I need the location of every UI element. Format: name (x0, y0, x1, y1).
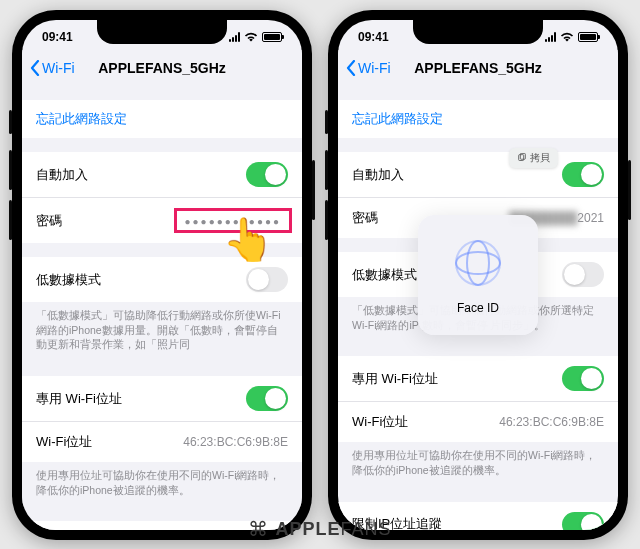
wifi-address-value: 46:23:BC:C6:9B:8E (499, 415, 604, 429)
faceid-overlay: Face ID (418, 215, 538, 335)
wifi-address-row: Wi-Fi位址 46:23:BC:C6:9B:8E (338, 402, 618, 442)
phone-vol-up (325, 150, 328, 190)
low-data-row: 低數據模式 (22, 257, 302, 302)
limit-ip-toggle[interactable] (562, 512, 604, 530)
back-label: Wi-Fi (42, 60, 75, 76)
wifi-address-label: Wi-Fi位址 (36, 433, 92, 451)
status-time: 09:41 (358, 30, 389, 44)
phone-vol-down (325, 200, 328, 240)
password-label: 密碼 (352, 209, 378, 227)
phone-side-button (628, 160, 631, 220)
phone-mute-switch (9, 110, 12, 134)
copy-pill[interactable]: 拷貝 (509, 148, 558, 168)
private-address-toggle[interactable] (562, 366, 604, 391)
private-address-toggle[interactable] (246, 386, 288, 411)
private-address-row: 專用 Wi-Fi位址 (22, 376, 302, 422)
page-title: APPLEFANS_5GHz (414, 60, 542, 76)
forget-network-button[interactable]: 忘記此網路設定 (338, 100, 618, 138)
auto-join-label: 自動加入 (352, 166, 404, 184)
auto-join-row: 自動加入 (22, 152, 302, 198)
low-data-label: 低數據模式 (36, 271, 101, 289)
phone-vol-down (9, 200, 12, 240)
status-right (229, 32, 282, 42)
watermark: ⌘ APPLEFANS (248, 517, 391, 541)
wifi-icon (560, 32, 574, 42)
content-left[interactable]: 忘記此網路設定 自動加入 密碼 ●●●●●●●●●●●● 低數據模式 (22, 86, 302, 530)
auto-join-label: 自動加入 (36, 166, 88, 184)
low-data-toggle[interactable] (246, 267, 288, 292)
svg-point-2 (456, 241, 500, 285)
wifi-address-label: Wi-Fi位址 (352, 413, 408, 431)
notch (97, 20, 227, 44)
password-highlight: ●●●●●●●●●●●● (174, 208, 292, 233)
nav-bar: Wi-Fi APPLEFANS_5GHz (22, 50, 302, 86)
wifi-address-row: Wi-Fi位址 46:23:BC:C6:9B:8E (22, 422, 302, 462)
page-title: APPLEFANS_5GHz (98, 60, 226, 76)
faceid-label: Face ID (457, 301, 499, 315)
wifi-address-desc: 使用專用位址可協助你在使用不同的Wi-Fi網路時，降低你的iPhone被追蹤的機… (22, 462, 302, 507)
back-button[interactable]: Wi-Fi (30, 60, 75, 76)
phone-left: 09:41 Wi-Fi APPLEFANS_5GHz 忘記此網路設定 自動加入 (12, 10, 312, 540)
screen-right: 09:41 Wi-Fi APPLEFANS_5GHz 忘記此網路設定 自動加入 (338, 20, 618, 530)
password-row[interactable]: 密碼 ●●●●●●●●●●●● (22, 198, 302, 243)
signal-icon (229, 32, 240, 42)
low-data-toggle[interactable] (562, 262, 604, 287)
signal-icon (545, 32, 556, 42)
wifi-icon (244, 32, 258, 42)
status-time: 09:41 (42, 30, 73, 44)
auto-join-row: 自動加入 拷貝 (338, 152, 618, 198)
password-label: 密碼 (36, 212, 62, 230)
wifi-address-desc: 使用專用位址可協助你在使用不同的Wi-Fi網路時，降低你的iPhone被追蹤的機… (338, 442, 618, 487)
private-address-label: 專用 Wi-Fi位址 (352, 370, 438, 388)
nav-bar: Wi-Fi APPLEFANS_5GHz (338, 50, 618, 86)
private-address-label: 專用 Wi-Fi位址 (36, 390, 122, 408)
chevron-left-icon (346, 60, 356, 76)
svg-point-3 (467, 241, 489, 285)
low-data-label: 低數據模式 (352, 266, 417, 284)
forget-network-button[interactable]: 忘記此網路設定 (22, 100, 302, 138)
wifi-address-value: 46:23:BC:C6:9B:8E (183, 435, 288, 449)
faceid-icon (450, 235, 506, 291)
auto-join-toggle[interactable] (246, 162, 288, 187)
phone-vol-up (9, 150, 12, 190)
auto-join-toggle[interactable] (562, 162, 604, 187)
battery-icon (578, 32, 598, 42)
screen-left: 09:41 Wi-Fi APPLEFANS_5GHz 忘記此網路設定 自動加入 (22, 20, 302, 530)
notch (413, 20, 543, 44)
svg-point-4 (456, 252, 500, 274)
password-value-masked: ●●●●●●●●●●●● (185, 216, 281, 227)
phone-right: 09:41 Wi-Fi APPLEFANS_5GHz 忘記此網路設定 自動加入 (328, 10, 628, 540)
command-icon: ⌘ (248, 517, 269, 541)
back-button[interactable]: Wi-Fi (346, 60, 391, 76)
low-data-desc: 「低數據模式」可協助降低行動網路或你所使Wi-Fi網路的iPhone數據用量。開… (22, 302, 302, 362)
phone-side-button (312, 160, 315, 220)
chevron-left-icon (30, 60, 40, 76)
battery-icon (262, 32, 282, 42)
copy-label: 拷貝 (530, 151, 550, 165)
private-address-row: 專用 Wi-Fi位址 (338, 356, 618, 402)
phone-mute-switch (325, 110, 328, 134)
copy-icon (517, 153, 527, 163)
back-label: Wi-Fi (358, 60, 391, 76)
status-right (545, 32, 598, 42)
